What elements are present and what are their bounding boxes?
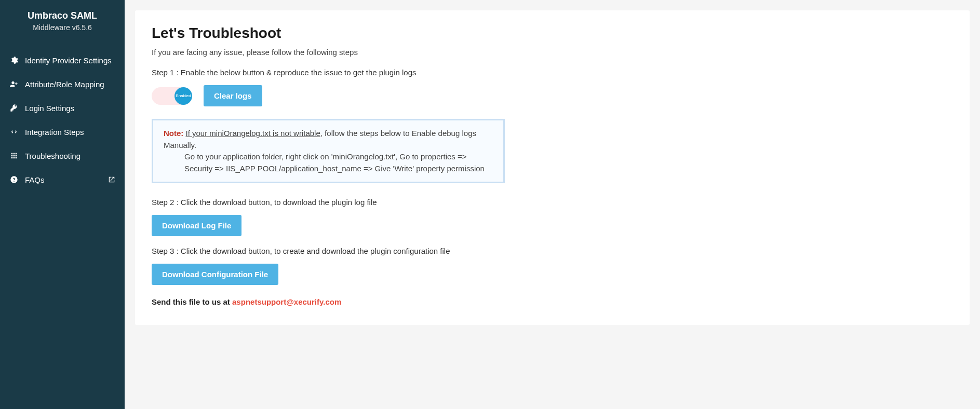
download-config-file-button[interactable]: Download Configuration File [152, 264, 278, 285]
step1-controls: Enabled Clear logs [152, 85, 953, 106]
sidebar-item-login-settings[interactable]: Login Settings [0, 96, 125, 120]
step1-text: Step 1 : Enable the below button & repro… [152, 68, 953, 77]
nav-label: Identity Provider Settings [25, 56, 115, 65]
note-underlined: If your miniOrangelog.txt is not writabl… [186, 129, 320, 138]
note-line2: Go to your application folder, right cli… [184, 151, 493, 174]
sidebar-item-attribute-mapping[interactable]: Attribute/Role Mapping [0, 72, 125, 96]
user-plus-icon [9, 79, 19, 89]
note-box: Note: If your miniOrangelog.txt is not w… [152, 119, 505, 183]
sidebar: Umbraco SAML Middleware v6.5.6 Identity … [0, 0, 125, 409]
key-icon [9, 103, 19, 113]
app-title: Umbraco SAML [8, 10, 116, 21]
sidebar-item-troubleshooting[interactable]: Troubleshooting [0, 144, 125, 168]
sidebar-header: Umbraco SAML Middleware v6.5.6 [0, 6, 125, 42]
step2-text: Step 2 : Click the download button, to d… [152, 198, 953, 207]
sidebar-item-idp-settings[interactable]: Identity Provider Settings [0, 48, 125, 72]
nav-label: Integration Steps [25, 128, 115, 137]
clear-logs-button[interactable]: Clear logs [204, 85, 262, 106]
toggle-knob: Enabled [174, 87, 192, 105]
enable-logs-toggle[interactable]: Enabled [152, 87, 192, 105]
sidebar-item-faqs[interactable]: FAQs [0, 168, 125, 192]
step3-text: Step 3 : Click the download button, to c… [152, 247, 953, 255]
intro-text: If you are facing any issue, please foll… [152, 48, 953, 57]
note-label: Note: [164, 129, 183, 138]
app-subtitle: Middleware v6.5.6 [8, 23, 116, 32]
content-card: Let's Troubleshoot If you are facing any… [135, 10, 970, 325]
gears-icon [9, 56, 19, 65]
download-log-file-button[interactable]: Download Log File [152, 215, 241, 236]
code-icon [9, 127, 19, 137]
external-link-icon [108, 176, 115, 183]
nav-label: Troubleshooting [25, 152, 115, 160]
sidebar-item-integration-steps[interactable]: Integration Steps [0, 120, 125, 144]
support-email-link[interactable]: aspnetsupport@xecurify.com [232, 297, 341, 306]
page-title: Let's Troubleshoot [152, 25, 953, 42]
send-line: Send this file to us at aspnetsupport@xe… [152, 297, 953, 306]
nav-label: Attribute/Role Mapping [25, 80, 115, 89]
send-prefix: Send this file to us at [152, 297, 232, 306]
main-content: Let's Troubleshoot If you are facing any… [125, 0, 980, 409]
nav-label: FAQs [25, 175, 108, 184]
nav-list: Identity Provider Settings Attribute/Rol… [0, 48, 125, 192]
nav-label: Login Settings [25, 104, 115, 113]
question-icon [9, 175, 19, 184]
grid-icon [9, 151, 19, 160]
